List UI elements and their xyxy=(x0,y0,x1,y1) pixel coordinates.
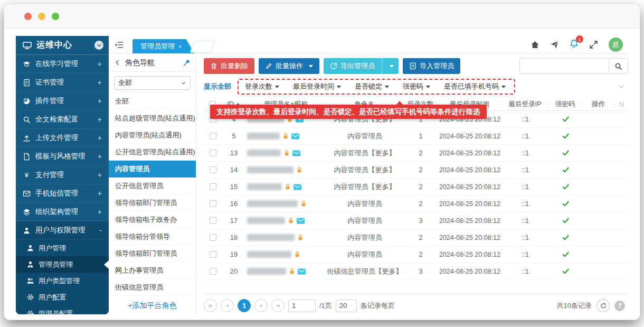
collapse-panel-icon[interactable] xyxy=(114,59,121,66)
fullscreen-icon[interactable] xyxy=(589,40,598,49)
cell-role[interactable]: 街镇信息管理员【更多】 xyxy=(325,267,404,276)
filter-5[interactable]: 是否已填手机号码 xyxy=(444,82,506,91)
role-item-5[interactable]: 内容管理员 xyxy=(109,161,196,177)
filters-collapse-chevron[interactable] xyxy=(618,83,625,90)
sidebar-subitem-3[interactable]: 用户类型管理 xyxy=(16,273,109,289)
avatar[interactable]: 超 xyxy=(609,38,623,52)
role-item-8[interactable]: 领导信箱电子政务办 xyxy=(109,211,196,228)
search-input[interactable] xyxy=(520,59,609,73)
role-item-10[interactable]: 领导信箱部门管理员 xyxy=(109,245,196,262)
role-item-1[interactable]: 全部 xyxy=(109,93,196,110)
filter-3[interactable]: 是否锁定 xyxy=(355,82,389,91)
tab-admin-management[interactable]: 管理员管理 × xyxy=(132,39,194,53)
sidebar-item-7[interactable]: ¥支付管理+ xyxy=(16,166,109,184)
row-checkbox[interactable] xyxy=(210,200,216,207)
pin-icon[interactable] xyxy=(183,59,191,67)
row-checkbox[interactable] xyxy=(210,150,216,156)
sidebar-subitem-5[interactable]: 管理员配置 xyxy=(16,305,109,314)
toolbar-button-1[interactable]: 批量删除 xyxy=(204,58,254,74)
col-strong-password[interactable]: 强密码 xyxy=(548,100,583,108)
cell-strong-password xyxy=(548,166,583,174)
cell-id: 17 xyxy=(222,217,246,225)
add-platform-role-link[interactable]: +添加平台角色 xyxy=(109,296,196,314)
table-row-17: 17内容管理员32024-08-25 20:08:12::1 xyxy=(204,212,628,229)
role-item-6[interactable]: 公开信息管理员 xyxy=(109,177,196,194)
sidebar-header[interactable]: 运维中心 xyxy=(16,36,109,55)
last-page-button[interactable] xyxy=(271,299,285,312)
sidebar-item-1[interactable]: 在线学习管理+ xyxy=(16,55,109,73)
sidebar-item-6[interactable]: 模板与风格管理+ xyxy=(16,147,109,166)
page-input[interactable] xyxy=(288,300,316,312)
role-item-12[interactable]: 街镇信息管理员 xyxy=(109,279,196,296)
page-size-input[interactable] xyxy=(336,300,357,312)
filter-1[interactable]: 登录次数 xyxy=(245,82,279,91)
filter-4[interactable]: 强密码 xyxy=(403,82,430,91)
check-mark-icon xyxy=(562,250,570,258)
cell-role[interactable]: 内容管理员【更多】 xyxy=(325,148,404,158)
sidebar-item-10[interactable]: 用户与权限管理- xyxy=(16,221,109,240)
row-checkbox[interactable] xyxy=(210,234,216,241)
minimize-window-button[interactable] xyxy=(38,13,45,20)
caret-down-icon xyxy=(385,86,389,90)
help-button[interactable]: ? xyxy=(614,301,625,311)
prev-page-button[interactable] xyxy=(221,299,234,312)
send-icon[interactable] xyxy=(550,40,559,49)
row-checkbox[interactable] xyxy=(210,217,216,224)
sidebar-subitem-2[interactable]: 管理员管理 xyxy=(16,256,109,273)
sidebar-item-8[interactable]: 手机短信管理+ xyxy=(16,184,109,203)
cell-role[interactable]: 内容管理员【更多】 xyxy=(325,182,404,192)
toolbar-button-3[interactable]: 导出管理员 xyxy=(324,58,399,74)
toolbar-button-4[interactable]: 导入管理员 xyxy=(403,58,460,74)
home-icon[interactable] xyxy=(531,40,539,49)
sidebar-subitem-1[interactable]: 用户管理 xyxy=(16,240,109,256)
sidebar-subitem-label: 用户配置 xyxy=(39,293,66,302)
excel-icon xyxy=(409,62,416,70)
mail-icon xyxy=(297,218,305,224)
menu-fold-icon[interactable] xyxy=(114,41,124,49)
show-all-link[interactable]: 显示全部 xyxy=(204,82,231,91)
sidebar-subitem-4[interactable]: 用户配置 xyxy=(16,289,109,305)
row-checkbox[interactable] xyxy=(210,268,216,275)
row-checkbox[interactable] xyxy=(210,166,216,173)
notifications[interactable]: 1 xyxy=(570,39,579,50)
tab-close-icon[interactable]: × xyxy=(178,43,182,50)
cell-role[interactable]: 内容管理员【更多】 xyxy=(325,165,404,175)
cell-last-login-time: 2024-08-25 20:08:12 xyxy=(437,183,503,191)
col-last-login-ip[interactable]: 最后登录IP xyxy=(503,100,548,108)
toolbar-button-2[interactable]: 批量操作 xyxy=(259,58,319,74)
refresh-button[interactable] xyxy=(596,299,610,312)
expand-indicator: + xyxy=(98,78,102,87)
first-page-button[interactable] xyxy=(204,299,217,312)
role-item-3[interactable]: 内容管理员(站点通用) xyxy=(109,127,196,144)
row-checkbox[interactable] xyxy=(210,251,216,258)
sidebar-item-5[interactable]: 上传文件管理+ xyxy=(16,129,109,147)
sidebar-item-9[interactable]: 组织架构管理+ xyxy=(16,203,109,221)
app-window: 运维中心 在线学习管理+证书管理+插件管理+全文检索配置+上传文件管理+模板与风… xyxy=(4,4,640,320)
close-window-button[interactable] xyxy=(24,13,32,20)
zoom-window-button[interactable] xyxy=(52,13,59,20)
sidebar-item-2[interactable]: 证书管理+ xyxy=(16,73,109,92)
export-dropdown-toggle[interactable] xyxy=(382,58,399,74)
role-item-9[interactable]: 领导信箱分管领导 xyxy=(109,228,196,245)
sidebar-item-4[interactable]: 全文检索配置+ xyxy=(16,110,109,129)
col-actions[interactable]: 操作 xyxy=(583,100,614,108)
next-page-button[interactable] xyxy=(254,299,268,312)
sidebar-item-3[interactable]: 插件管理+ xyxy=(16,92,109,110)
search-button[interactable] xyxy=(609,59,628,73)
header-label: 强密码 xyxy=(555,100,575,109)
role-item-11[interactable]: 网上办事管理员 xyxy=(109,262,196,279)
select-value: 全部 xyxy=(118,78,132,88)
expand-indicator: + xyxy=(98,152,102,161)
current-page-button[interactable]: 1 xyxy=(238,299,251,312)
total-records-label: 共10条记录 xyxy=(557,301,592,311)
col-settings[interactable] xyxy=(614,100,628,108)
role-item-7[interactable]: 领导信箱部门管理员 xyxy=(109,194,196,211)
role-item-4[interactable]: 公开信息管理员(站点通用) xyxy=(109,144,196,161)
pie-icon xyxy=(23,97,31,105)
chevron-down-icon[interactable] xyxy=(94,41,103,50)
row-checkbox[interactable] xyxy=(210,183,216,190)
filter-2[interactable]: 最后登录时间 xyxy=(293,82,341,91)
row-checkbox[interactable] xyxy=(210,133,216,139)
role-item-2[interactable]: 站点超级管理员(站点通用) xyxy=(109,110,196,127)
role-filter-select[interactable]: 全部 xyxy=(114,76,191,90)
